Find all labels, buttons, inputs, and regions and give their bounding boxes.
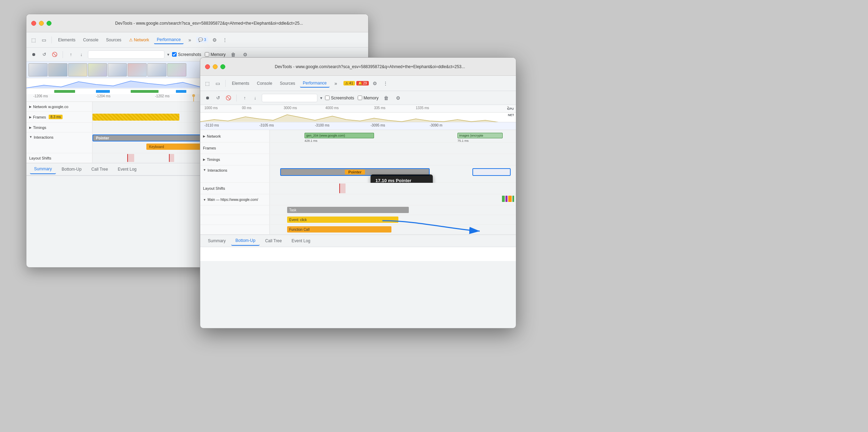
memory-option-2[interactable]: Memory bbox=[358, 96, 379, 100]
addr-sep-2 bbox=[236, 95, 237, 101]
timings-expand-arrow-2[interactable]: ▶ bbox=[203, 158, 205, 161]
address-input-2[interactable]: www.google.com #5 bbox=[262, 94, 317, 102]
screenshot-thumb-8 bbox=[167, 63, 186, 76]
call-tree-tab-1[interactable]: Call Tree bbox=[87, 165, 112, 174]
call-tree-tab-2[interactable]: Call Tree bbox=[261, 236, 286, 245]
screenshots-checkbox-2[interactable] bbox=[325, 96, 330, 100]
tab-sources-2[interactable]: Sources bbox=[277, 80, 298, 87]
images-bar: images (encrypte bbox=[457, 133, 503, 138]
bottom-up-tab-1[interactable]: Bottom-Up bbox=[57, 165, 86, 174]
clear-button-2[interactable]: 🚫 bbox=[225, 94, 232, 102]
close-button-1[interactable] bbox=[31, 21, 36, 26]
interactions-expand-arrow-1[interactable]: ▼ bbox=[29, 135, 32, 139]
timings-label-text-1: Timings bbox=[33, 125, 46, 130]
main-track-content-2 bbox=[270, 194, 516, 204]
minimize-button-1[interactable] bbox=[39, 21, 44, 26]
sub-tick-1: -3110 ms bbox=[204, 123, 219, 127]
cursor-dot-1 bbox=[192, 94, 195, 97]
keyboard-label-1: Keyboard bbox=[149, 145, 164, 149]
devtools-toolbar-1: ⬚ ▭ Elements Console Sources ⚠Network Pe… bbox=[26, 32, 368, 48]
ruler-tick-w2-5: 335 ms bbox=[374, 106, 386, 110]
close-button-2[interactable] bbox=[205, 64, 210, 69]
maximize-button-2[interactable] bbox=[220, 64, 225, 69]
download-button-1[interactable]: ↓ bbox=[78, 51, 85, 58]
tab-console-1[interactable]: Console bbox=[80, 36, 101, 44]
gen204-bar: gen_204 (www.google.com) bbox=[305, 133, 374, 138]
upload-button-2[interactable]: ↑ bbox=[241, 94, 249, 102]
pointer-label-1: Pointer bbox=[96, 136, 109, 140]
memory-option-1[interactable]: Memory bbox=[205, 52, 226, 57]
tab-elements-2[interactable]: Elements bbox=[229, 80, 252, 87]
address-dropdown-2[interactable]: ▾ bbox=[320, 96, 322, 100]
tab-network-1[interactable]: ⚠Network bbox=[126, 36, 152, 44]
settings-icon-2[interactable]: ⚙ bbox=[371, 79, 379, 88]
images-timing: 75.1 ms bbox=[457, 139, 469, 142]
inspect-icon-2[interactable]: ⬚ bbox=[203, 79, 211, 88]
more-options-icon-2[interactable]: ⋮ bbox=[381, 79, 390, 88]
interactions-track-2: ▼ Interactions Pointer 17.10 ms Pointer … bbox=[200, 165, 516, 183]
address-input-1[interactable]: www.google.com #1 bbox=[88, 50, 164, 59]
tab-sources-1[interactable]: Sources bbox=[103, 36, 124, 44]
tab-console-2[interactable]: Console bbox=[254, 80, 275, 87]
device-icon[interactable]: ▭ bbox=[40, 36, 48, 44]
record-button-1[interactable]: ⏺ bbox=[30, 51, 38, 58]
network-label-text-1: Network w.google.co bbox=[33, 105, 68, 109]
more-options-icon-1[interactable]: ⋮ bbox=[221, 36, 229, 44]
summary-tab-1[interactable]: Summary bbox=[30, 164, 56, 174]
sub-ruler-2: -3110 ms -3105 ms -3100 ms -3095 ms -309… bbox=[200, 122, 516, 130]
tab-performance-2[interactable]: Performance bbox=[300, 79, 330, 88]
toolbar-separator-1 bbox=[51, 36, 52, 43]
address-dropdown-1[interactable]: ▾ bbox=[167, 52, 169, 57]
layout-shifts-track-content-2 bbox=[270, 183, 516, 194]
reload-button-2[interactable]: ↺ bbox=[214, 94, 222, 102]
tab-performance-1[interactable]: Performance bbox=[154, 36, 184, 44]
download-button-2[interactable]: ↓ bbox=[251, 94, 259, 102]
perf-options-2: Screenshots Memory 🗑 ⚙ bbox=[325, 94, 402, 102]
flame-content-event: Event: click bbox=[270, 215, 516, 225]
more-tabs-icon-2[interactable]: » bbox=[332, 79, 340, 88]
timings-expand-arrow-1[interactable]: ▶ bbox=[29, 126, 32, 129]
bottom-tabs-2: Summary Bottom-Up Call Tree Event Log bbox=[200, 235, 516, 247]
memory-checkbox-2[interactable] bbox=[358, 96, 362, 100]
layout-shifts-label-text-1: Layout Shifts bbox=[29, 156, 51, 160]
tab-elements-1[interactable]: Elements bbox=[55, 36, 78, 44]
minimize-button-2[interactable] bbox=[213, 64, 218, 69]
bottom-up-tab-2[interactable]: Bottom-Up bbox=[231, 236, 259, 246]
clear-button-1[interactable]: 🚫 bbox=[51, 51, 58, 58]
sub-tick-5: -3090 m bbox=[430, 123, 443, 127]
interactions-expand-arrow-2[interactable]: ▼ bbox=[203, 168, 206, 172]
warning-badge-2: ⚠ 41 🔔 29 bbox=[343, 81, 369, 85]
interactions-track-content-2: Pointer 17.10 ms Pointer Input delay 2ms… bbox=[270, 165, 516, 183]
settings2-icon-2[interactable]: ⚙ bbox=[394, 94, 402, 102]
main-expand-arrow-2[interactable]: ▼ bbox=[203, 198, 206, 202]
device-icon-2[interactable]: ▭ bbox=[213, 79, 222, 88]
screenshots-option-2[interactable]: Screenshots bbox=[325, 96, 354, 100]
devtools-window-2: DevTools - www.google.com/search?sca_esv… bbox=[200, 57, 516, 328]
traffic-lights-1 bbox=[31, 21, 51, 26]
network-expand-arrow-1[interactable]: ▶ bbox=[29, 105, 32, 108]
upload-button-1[interactable]: ↑ bbox=[67, 51, 75, 58]
titlebar-1: DevTools - www.google.com/search?sca_esv… bbox=[26, 14, 368, 32]
event-log-tab-2[interactable]: Event Log bbox=[287, 236, 315, 245]
screenshots-checkbox-1[interactable] bbox=[172, 52, 177, 57]
network-expand-arrow-2[interactable]: ▶ bbox=[203, 135, 205, 138]
summary-tab-2[interactable]: Summary bbox=[204, 236, 230, 245]
maximize-button-1[interactable] bbox=[47, 21, 51, 26]
screenshot-thumb-5 bbox=[108, 63, 127, 76]
screenshots-option-1[interactable]: Screenshots bbox=[172, 52, 201, 57]
net-label: NET bbox=[508, 113, 514, 117]
flame-content-task: Task bbox=[270, 205, 516, 215]
memory-checkbox-1[interactable] bbox=[205, 52, 209, 57]
flame-label-function bbox=[200, 225, 270, 234]
more-tabs-icon-1[interactable]: » bbox=[186, 36, 194, 44]
record-button-2[interactable]: ⏺ bbox=[204, 94, 211, 102]
clear-data-icon-2[interactable]: 🗑 bbox=[382, 94, 390, 102]
cpu-net-labels: CPU bbox=[507, 105, 514, 112]
reload-button-1[interactable]: ↺ bbox=[40, 51, 48, 58]
net-bar-1 bbox=[54, 90, 75, 93]
inspect-icon[interactable]: ⬚ bbox=[29, 36, 38, 44]
event-log-tab-1[interactable]: Event Log bbox=[114, 165, 141, 174]
frames-expand-arrow-1[interactable]: ▶ bbox=[29, 115, 32, 119]
settings-icon-1[interactable]: ⚙ bbox=[210, 36, 219, 44]
toolbar-sep-2 bbox=[225, 80, 226, 87]
